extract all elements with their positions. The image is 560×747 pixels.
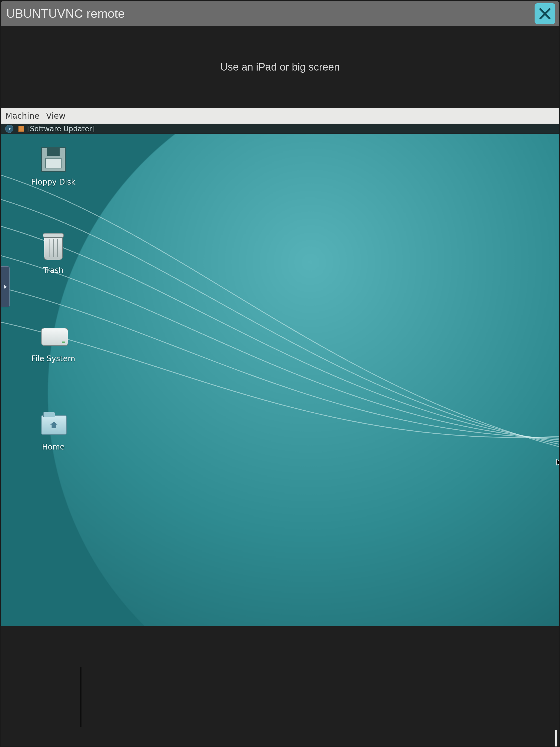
desktop-icon-label: File System: [31, 354, 75, 363]
screenshot-caption-area: Use an iPad or big screen: [1, 26, 559, 108]
desktop-icon-floppy-disk[interactable]: Floppy Disk: [26, 147, 81, 186]
panel-launcher-icon[interactable]: [5, 125, 14, 133]
close-button[interactable]: [535, 3, 555, 24]
software-updater-icon: [18, 126, 24, 132]
desktop-icon-label: Floppy Disk: [31, 177, 75, 186]
floppy-disk-icon: [41, 147, 66, 172]
home-folder-icon: [41, 412, 66, 437]
desktop-icon-file-system[interactable]: File System: [26, 324, 81, 363]
screenshot-overlay-titlebar: UBUNTUVNC remote: [1, 1, 559, 26]
overlay-title: UBUNTUVNC remote: [6, 7, 125, 21]
divider: [555, 730, 557, 746]
drive-icon: [41, 324, 66, 349]
menu-machine[interactable]: Machine: [5, 111, 40, 121]
ubuntu-desktop[interactable]: Floppy Disk Trash File System Home: [1, 134, 559, 626]
vm-host-menubar: Machine View: [1, 108, 559, 124]
desktop-icon-trash[interactable]: Trash: [26, 236, 81, 275]
screenshot-footer-area: [1, 626, 559, 746]
desktop-icon-label: Home: [42, 442, 65, 452]
divider: [80, 667, 81, 727]
desktop-icon-label: Trash: [43, 266, 63, 275]
desktop-icon-home[interactable]: Home: [26, 412, 81, 452]
vm-screenshot: Machine View [Software Updater] Floppy D…: [1, 108, 559, 626]
panel-task-label: [Software Updater]: [27, 125, 95, 133]
wallpaper-sphere: [48, 134, 559, 626]
close-icon: [538, 7, 552, 21]
menu-view[interactable]: View: [46, 111, 66, 121]
ubuntu-top-panel: [Software Updater]: [1, 124, 559, 134]
panel-task-software-updater[interactable]: [Software Updater]: [18, 125, 95, 133]
screenshot-caption: Use an iPad or big screen: [220, 61, 339, 73]
trash-icon: [41, 236, 66, 260]
desktop-icons: Floppy Disk Trash File System Home: [26, 147, 81, 452]
side-panel-handle[interactable]: [1, 266, 9, 307]
